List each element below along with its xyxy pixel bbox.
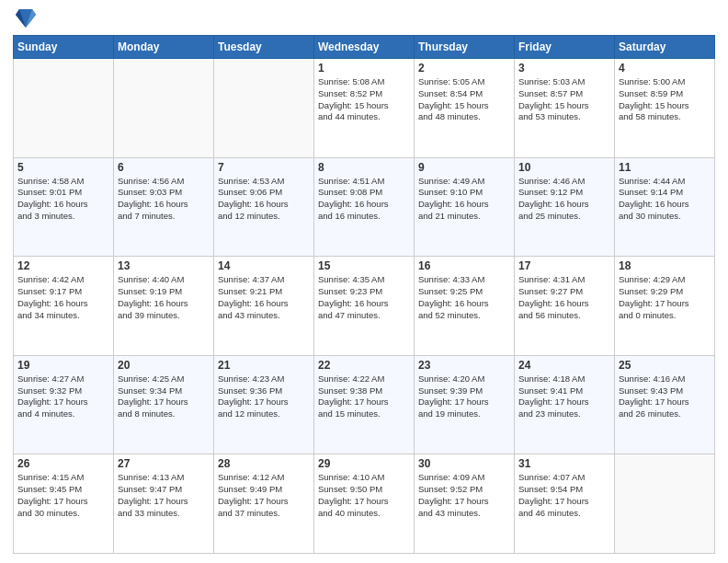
day-info: Sunrise: 4:42 AM Sunset: 9:17 PM Dayligh… <box>17 274 109 321</box>
day-info: Sunrise: 4:07 AM Sunset: 9:54 PM Dayligh… <box>518 472 610 519</box>
day-info: Sunrise: 4:25 AM Sunset: 9:34 PM Dayligh… <box>118 373 210 420</box>
header-row: Sunday Monday Tuesday Wednesday Thursday… <box>14 36 715 59</box>
day-number: 4 <box>619 62 711 75</box>
header-friday: Friday <box>515 36 615 59</box>
day-number: 1 <box>318 62 410 75</box>
header <box>13 9 715 29</box>
logo-icon <box>16 6 36 29</box>
day-number: 12 <box>17 259 109 272</box>
calendar-cell: 25Sunrise: 4:16 AM Sunset: 9:43 PM Dayli… <box>615 355 715 454</box>
calendar-cell: 28Sunrise: 4:12 AM Sunset: 9:49 PM Dayli… <box>214 454 314 554</box>
logo <box>13 9 36 29</box>
day-number: 7 <box>218 161 310 174</box>
calendar-cell: 20Sunrise: 4:25 AM Sunset: 9:34 PM Dayli… <box>114 355 214 454</box>
calendar-cell: 13Sunrise: 4:40 AM Sunset: 9:19 PM Dayli… <box>114 257 214 356</box>
calendar-cell <box>114 59 214 158</box>
day-info: Sunrise: 4:46 AM Sunset: 9:12 PM Dayligh… <box>518 176 610 223</box>
day-info: Sunrise: 4:13 AM Sunset: 9:47 PM Dayligh… <box>118 472 210 519</box>
day-info: Sunrise: 4:12 AM Sunset: 9:49 PM Dayligh… <box>218 472 310 519</box>
week-row-2: 12Sunrise: 4:42 AM Sunset: 9:17 PM Dayli… <box>14 257 715 356</box>
day-number: 19 <box>17 359 109 372</box>
calendar-cell: 21Sunrise: 4:23 AM Sunset: 9:36 PM Dayli… <box>214 355 314 454</box>
day-number: 13 <box>118 259 210 272</box>
calendar-cell: 11Sunrise: 4:44 AM Sunset: 9:14 PM Dayli… <box>615 157 715 257</box>
calendar-cell <box>615 454 715 554</box>
day-info: Sunrise: 4:31 AM Sunset: 9:27 PM Dayligh… <box>518 274 610 321</box>
day-number: 3 <box>518 62 610 75</box>
day-info: Sunrise: 4:44 AM Sunset: 9:14 PM Dayligh… <box>619 176 711 223</box>
day-info: Sunrise: 4:27 AM Sunset: 9:32 PM Dayligh… <box>17 373 109 420</box>
calendar-page: Sunday Monday Tuesday Wednesday Thursday… <box>0 0 728 563</box>
header-monday: Monday <box>114 36 214 59</box>
day-number: 22 <box>318 359 410 372</box>
calendar-cell: 30Sunrise: 4:09 AM Sunset: 9:52 PM Dayli… <box>415 454 515 554</box>
day-number: 2 <box>418 62 510 75</box>
calendar-cell <box>14 59 114 158</box>
calendar-cell: 8Sunrise: 4:51 AM Sunset: 9:08 PM Daylig… <box>314 157 415 257</box>
day-number: 11 <box>619 161 711 174</box>
calendar-cell: 12Sunrise: 4:42 AM Sunset: 9:17 PM Dayli… <box>14 257 114 356</box>
day-info: Sunrise: 4:37 AM Sunset: 9:21 PM Dayligh… <box>218 274 310 321</box>
calendar-cell: 4Sunrise: 5:00 AM Sunset: 8:59 PM Daylig… <box>615 59 715 158</box>
day-number: 23 <box>418 359 510 372</box>
calendar-cell: 3Sunrise: 5:03 AM Sunset: 8:57 PM Daylig… <box>515 59 615 158</box>
week-row-0: 1Sunrise: 5:08 AM Sunset: 8:52 PM Daylig… <box>14 59 715 158</box>
day-info: Sunrise: 5:05 AM Sunset: 8:54 PM Dayligh… <box>418 76 510 123</box>
day-info: Sunrise: 5:03 AM Sunset: 8:57 PM Dayligh… <box>518 76 610 123</box>
calendar-cell: 16Sunrise: 4:33 AM Sunset: 9:25 PM Dayli… <box>415 257 515 356</box>
calendar-cell: 6Sunrise: 4:56 AM Sunset: 9:03 PM Daylig… <box>114 157 214 257</box>
day-number: 21 <box>218 359 310 372</box>
day-number: 25 <box>619 359 711 372</box>
day-info: Sunrise: 4:58 AM Sunset: 9:01 PM Dayligh… <box>17 176 109 223</box>
day-number: 9 <box>418 161 510 174</box>
week-row-4: 26Sunrise: 4:15 AM Sunset: 9:45 PM Dayli… <box>14 454 715 554</box>
calendar-cell: 15Sunrise: 4:35 AM Sunset: 9:23 PM Dayli… <box>314 257 415 356</box>
day-number: 30 <box>418 457 510 470</box>
calendar-cell: 31Sunrise: 4:07 AM Sunset: 9:54 PM Dayli… <box>515 454 615 554</box>
day-number: 31 <box>518 457 610 470</box>
day-number: 26 <box>17 457 109 470</box>
day-info: Sunrise: 4:16 AM Sunset: 9:43 PM Dayligh… <box>619 373 711 420</box>
day-info: Sunrise: 4:10 AM Sunset: 9:50 PM Dayligh… <box>318 472 410 519</box>
calendar-cell: 5Sunrise: 4:58 AM Sunset: 9:01 PM Daylig… <box>14 157 114 257</box>
day-number: 8 <box>318 161 410 174</box>
day-info: Sunrise: 4:51 AM Sunset: 9:08 PM Dayligh… <box>318 176 410 223</box>
day-number: 16 <box>418 259 510 272</box>
day-number: 14 <box>218 259 310 272</box>
day-number: 27 <box>118 457 210 470</box>
calendar-cell: 22Sunrise: 4:22 AM Sunset: 9:38 PM Dayli… <box>314 355 415 454</box>
calendar-cell: 7Sunrise: 4:53 AM Sunset: 9:06 PM Daylig… <box>214 157 314 257</box>
header-wednesday: Wednesday <box>314 36 415 59</box>
day-info: Sunrise: 4:49 AM Sunset: 9:10 PM Dayligh… <box>418 176 510 223</box>
day-number: 10 <box>518 161 610 174</box>
day-info: Sunrise: 4:40 AM Sunset: 9:19 PM Dayligh… <box>118 274 210 321</box>
calendar-cell: 23Sunrise: 4:20 AM Sunset: 9:39 PM Dayli… <box>415 355 515 454</box>
header-tuesday: Tuesday <box>214 36 314 59</box>
calendar-table: Sunday Monday Tuesday Wednesday Thursday… <box>13 35 715 554</box>
header-thursday: Thursday <box>415 36 515 59</box>
header-sunday: Sunday <box>14 36 114 59</box>
day-info: Sunrise: 4:53 AM Sunset: 9:06 PM Dayligh… <box>218 176 310 223</box>
day-number: 5 <box>17 161 109 174</box>
calendar-cell: 17Sunrise: 4:31 AM Sunset: 9:27 PM Dayli… <box>515 257 615 356</box>
day-number: 18 <box>619 259 711 272</box>
header-saturday: Saturday <box>615 36 715 59</box>
day-info: Sunrise: 4:18 AM Sunset: 9:41 PM Dayligh… <box>518 373 610 420</box>
day-info: Sunrise: 5:08 AM Sunset: 8:52 PM Dayligh… <box>318 76 410 123</box>
calendar-cell: 27Sunrise: 4:13 AM Sunset: 9:47 PM Dayli… <box>114 454 214 554</box>
day-info: Sunrise: 4:09 AM Sunset: 9:52 PM Dayligh… <box>418 472 510 519</box>
day-number: 6 <box>118 161 210 174</box>
calendar-cell: 14Sunrise: 4:37 AM Sunset: 9:21 PM Dayli… <box>214 257 314 356</box>
calendar-cell: 29Sunrise: 4:10 AM Sunset: 9:50 PM Dayli… <box>314 454 415 554</box>
calendar-cell: 2Sunrise: 5:05 AM Sunset: 8:54 PM Daylig… <box>415 59 515 158</box>
day-info: Sunrise: 4:20 AM Sunset: 9:39 PM Dayligh… <box>418 373 510 420</box>
day-info: Sunrise: 4:33 AM Sunset: 9:25 PM Dayligh… <box>418 274 510 321</box>
week-row-3: 19Sunrise: 4:27 AM Sunset: 9:32 PM Dayli… <box>14 355 715 454</box>
day-info: Sunrise: 4:22 AM Sunset: 9:38 PM Dayligh… <box>318 373 410 420</box>
day-info: Sunrise: 4:15 AM Sunset: 9:45 PM Dayligh… <box>17 472 109 519</box>
day-number: 17 <box>518 259 610 272</box>
day-number: 28 <box>218 457 310 470</box>
day-info: Sunrise: 4:56 AM Sunset: 9:03 PM Dayligh… <box>118 176 210 223</box>
day-number: 29 <box>318 457 410 470</box>
day-number: 15 <box>318 259 410 272</box>
